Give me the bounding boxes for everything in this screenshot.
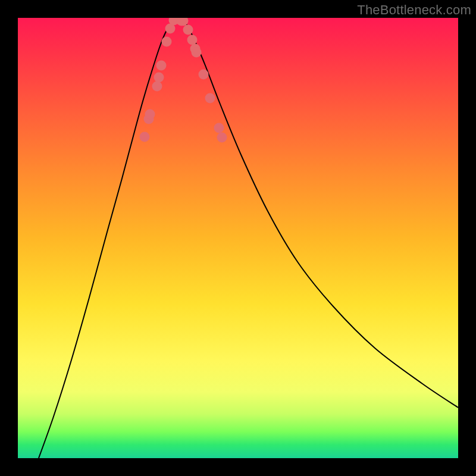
sample-dot — [205, 93, 215, 104]
sample-dot — [183, 25, 193, 35]
sample-dot — [199, 70, 209, 80]
bottleneck-curve — [39, 19, 458, 458]
sample-dot — [192, 48, 202, 58]
gradient-plot-area — [18, 18, 458, 458]
sample-dot — [145, 109, 155, 120]
sample-dot — [214, 123, 224, 133]
sample-dot — [156, 61, 167, 71]
chart-frame: TheBottleneck.com — [0, 0, 476, 476]
sample-dot — [152, 82, 162, 92]
watermark-label: TheBottleneck.com — [357, 2, 471, 18]
sample-dot — [140, 132, 150, 142]
curve-svg — [18, 18, 458, 458]
sample-dot — [154, 73, 164, 83]
sample-dot — [187, 35, 198, 45]
sample-dots-group — [140, 18, 227, 143]
sample-dot — [217, 133, 227, 143]
sample-dot — [162, 37, 172, 47]
